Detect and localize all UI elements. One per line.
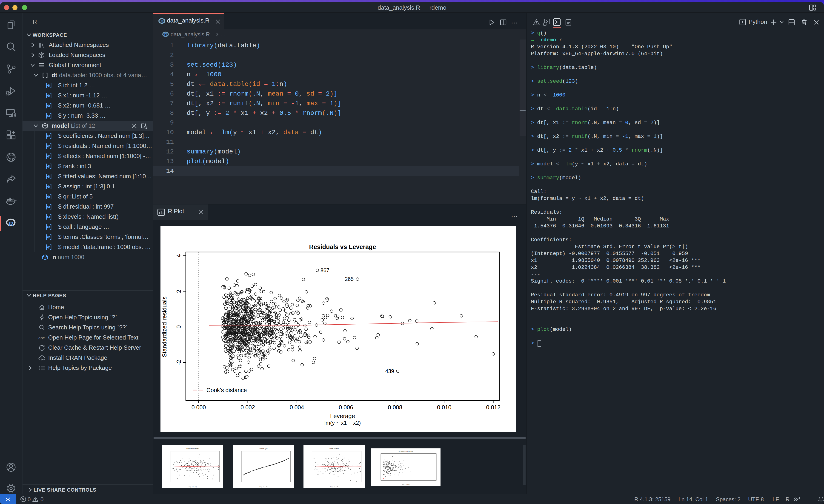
svg-text:4: 4 (176, 254, 182, 257)
svg-text:2: 2 (176, 290, 182, 293)
svg-text:0.010: 0.010 (437, 404, 451, 410)
svg-text:lm(y ~ x1 + x2): lm(y ~ x1 + x2) (402, 484, 410, 485)
svg-text:Cook's distance: Cook's distance (206, 387, 247, 393)
svg-text:-2: -2 (176, 360, 182, 365)
svg-text:lm(y ~ x1 + x2): lm(y ~ x1 + x2) (324, 420, 361, 426)
svg-text:0.004: 0.004 (290, 404, 304, 410)
svg-text:abc: abc (38, 336, 45, 340)
svg-text:R: R (9, 220, 14, 228)
svg-text:0: 0 (176, 325, 182, 329)
svg-text:0.008: 0.008 (388, 404, 402, 410)
svg-text:0.012: 0.012 (486, 404, 501, 410)
svg-text:lm(y ~ x1 + x2): lm(y ~ x1 + x2) (260, 486, 268, 488)
svg-text:Normal Q-Q: Normal Q-Q (260, 448, 268, 450)
svg-text:439: 439 (385, 368, 394, 374)
svg-text:0.002: 0.002 (240, 404, 255, 410)
svg-text:Residuals vs Leverage: Residuals vs Leverage (399, 451, 414, 452)
svg-text:R: R (161, 19, 164, 24)
svg-text:Standardized residuals: Standardized residuals (161, 296, 168, 357)
svg-text:Residuals vs Leverage: Residuals vs Leverage (309, 244, 376, 250)
svg-text:lm(y ~ x1 + x2): lm(y ~ x1 + x2) (189, 486, 197, 488)
svg-text:Residuals vs Fitted: Residuals vs Fitted (186, 448, 199, 449)
svg-text:265: 265 (345, 276, 353, 282)
svg-text:R: R (164, 32, 168, 37)
svg-text:Leverage: Leverage (330, 412, 355, 419)
svg-text:0.000: 0.000 (192, 404, 206, 410)
svg-text:867: 867 (320, 267, 329, 273)
svg-text:0.006: 0.006 (339, 404, 353, 410)
svg-text:lm(y ~ x1 + x2): lm(y ~ x1 + x2) (330, 486, 338, 488)
svg-text:Scale-Location: Scale-Location (329, 448, 339, 449)
